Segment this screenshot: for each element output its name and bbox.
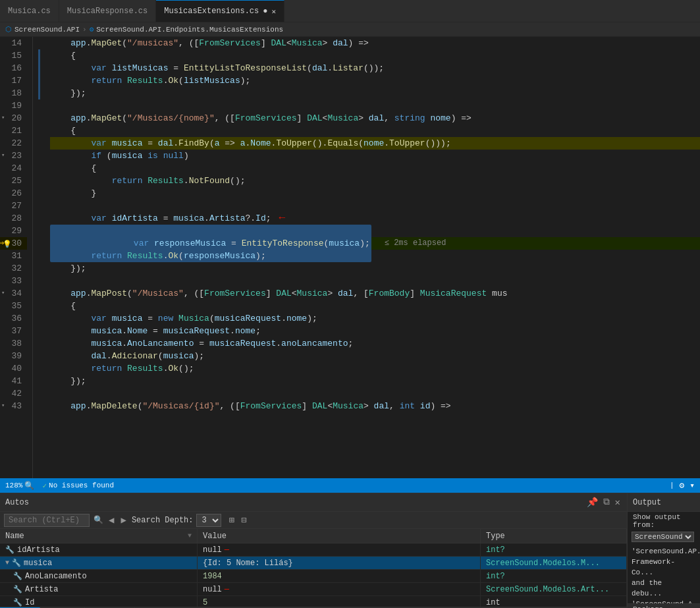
status-left: 128% 🔍 ✓ No issues found (5, 481, 114, 491)
code-line-21: { (50, 124, 700, 137)
search-bar: 🔍 ◀ ▶ Search Depth: 3 1 2 4 5 ⊞ ⊟ (0, 512, 627, 529)
breadcrumb-project-icon: ⬡ (5, 25, 12, 34)
line-38: 38 (0, 337, 27, 350)
collapse-icon[interactable]: ⊟ (240, 513, 248, 527)
table-row[interactable]: 🔧 idArtista null — int? (0, 543, 627, 557)
code-line-25: return Results.NotFound(); (50, 175, 700, 187)
tab-label: MusicasExtensions.cs (164, 7, 259, 16)
code-editor[interactable]: app.MapGet("/musicas", ([FromServices] D… (45, 37, 700, 478)
output-content: 'ScreenSound.AP... Framework-Co... and t… (628, 543, 700, 603)
status-bar: 128% 🔍 ✓ No issues found | ⚙ ▾ (0, 478, 700, 493)
value-cell: null — (198, 543, 481, 556)
output-source-label: Show output from: (628, 512, 700, 530)
zoom-icon: 🔍 (24, 481, 34, 491)
code-line-36: var musica = new Musica(musicaRequest.no… (50, 312, 700, 325)
nav-back-icon[interactable]: ◀ (107, 513, 115, 527)
collapse-34-icon[interactable]: ▾ (1, 287, 5, 300)
breadcrumb-path[interactable]: ScreenSound.API.Endpoints.MusicasExtensi… (96, 26, 283, 34)
code-line-32: }); (50, 262, 700, 275)
output-line: 'ScreenSound.AP... (632, 546, 696, 557)
line-19: 19 (0, 99, 27, 112)
column-name[interactable]: Name ▼ (0, 529, 198, 543)
value-cell: 1984 (198, 570, 481, 582)
code-line-17: return Results.Ok(listMusicas); (50, 74, 700, 87)
red-dash-icon: — (225, 585, 229, 594)
zoom-level[interactable]: 128% 🔍 (5, 481, 34, 491)
table-row[interactable]: 🔧 Id 5 int (0, 596, 627, 607)
output-line: and the debu... (632, 578, 696, 599)
line-23: ▾23 (0, 150, 27, 162)
line-17: 17 (0, 74, 27, 87)
line-42: 42 (0, 387, 27, 400)
output-line: Framework-Co... (632, 557, 696, 578)
editor-gutter (33, 37, 45, 478)
collapse-23-icon[interactable]: ▾ (1, 150, 5, 162)
panel-close-icon[interactable]: ✕ (614, 495, 622, 509)
sort-icon: ▼ (188, 532, 192, 539)
code-line-18: }); (50, 87, 700, 99)
line-24: 24 (0, 162, 27, 175)
table-row[interactable]: 🔧 Artista null — ScreenSound.Modelos.Art… (0, 583, 627, 596)
expand-icon[interactable]: ⊞ (228, 513, 236, 527)
tab-musica-cs[interactable]: Musica.cs (0, 0, 59, 22)
tab-musica-response-cs[interactable]: MusicaResponse.cs (59, 0, 156, 22)
table-row[interactable]: 🔧 AnoLancamento 1984 int? (0, 570, 627, 583)
output-source-select[interactable]: ScreenSound.AP... (632, 532, 694, 542)
code-line-40: return Results.Ok(); (50, 362, 700, 375)
no-issues-indicator[interactable]: ✓ No issues found (42, 482, 114, 490)
zoom-value: 128% (5, 482, 22, 489)
panel-pin-icon[interactable]: 📌 (585, 495, 599, 509)
value-cell: 5 (198, 596, 481, 607)
line-39: 39 (0, 350, 27, 362)
search-icon[interactable]: 🔍 (94, 515, 103, 525)
breadcrumb-sep1: › (82, 26, 87, 34)
name-cell: ▼ 🔧 musica (0, 557, 198, 569)
line-14: 14 (0, 37, 27, 49)
table-row[interactable]: ▼ 🔧 musica {Id: 5 Nome: Lilás} ScreenSou… (0, 557, 627, 570)
panel-float-icon[interactable]: ⧉ (602, 495, 611, 509)
panel-controls: 📌 ⧉ ✕ (585, 495, 622, 509)
editor-area: 14 15 16 17 18 19 ▾20 21 22 ▾23 24 25 26… (0, 37, 700, 478)
table-header: Name ▼ Value Type (0, 529, 627, 543)
autos-panel: Autos 📌 ⧉ ✕ 🔍 ◀ ▶ Search Depth: 3 1 2 4 … (0, 493, 628, 608)
type-cell: int (481, 596, 627, 607)
line-32: 32 (0, 262, 27, 275)
tools-icon[interactable]: ⚙ ▾ (680, 480, 695, 491)
nav-forward-icon[interactable]: ▶ (119, 513, 127, 527)
code-line-26: } (50, 187, 700, 200)
name-cell: 🔧 Id (0, 596, 198, 607)
value-cell: {Id: 5 Nome: Lilás} (198, 557, 481, 569)
search-depth: Search Depth: 3 1 2 4 5 (132, 514, 221, 527)
breadcrumb-project[interactable]: ScreenSound.API (14, 26, 80, 34)
column-value[interactable]: Value (198, 529, 481, 543)
code-line-34: app.MapPost("/Musicas", ([FromServices] … (50, 287, 700, 300)
collapse-43-icon[interactable]: ▾ (1, 400, 5, 412)
code-line-37: musica.Nome = musicaRequest.nome; (50, 325, 700, 337)
code-line-16: var listMusicas = EntityListToResponseLi… (50, 62, 700, 74)
code-line-43: app.MapDelete("/Musicas/{id}", ([FromSer… (50, 400, 700, 412)
collapse-20-icon[interactable]: ▾ (1, 112, 5, 124)
tab-label: Musica.cs (8, 7, 51, 16)
search-depth-label: Search Depth: (132, 516, 194, 525)
code-line-15: { (50, 49, 700, 62)
tab-musicas-extensions-cs[interactable]: MusicasExtensions.cs ● ✕ (156, 0, 284, 22)
line-26: 26 (0, 187, 27, 200)
output-title: Output (633, 498, 661, 507)
code-line-35: { (50, 300, 700, 312)
depth-select[interactable]: 3 1 2 4 5 (196, 514, 221, 527)
expand-icon[interactable]: ▼ (5, 559, 9, 567)
name-cell: 🔧 Artista (0, 583, 198, 595)
code-line-19 (50, 99, 700, 112)
code-line-28: var idArtista = musica.Artista?.Id; ← (50, 212, 700, 225)
line-35: 35 (0, 300, 27, 312)
column-type[interactable]: Type (481, 529, 627, 543)
code-line-31: return Results.Ok(responseMusica); (50, 250, 700, 262)
var-name: Artista (25, 585, 58, 594)
autos-panel-header: Autos 📌 ⧉ ✕ (0, 493, 627, 512)
wrench-icon: 🔧 (5, 545, 14, 554)
tab-close-icon[interactable]: ✕ (271, 7, 276, 16)
wrench-icon: 🔧 (13, 585, 22, 594)
tab-label: MusicaResponse.cs (67, 7, 148, 16)
line-40: 40 (0, 362, 27, 375)
search-input[interactable] (4, 514, 90, 527)
